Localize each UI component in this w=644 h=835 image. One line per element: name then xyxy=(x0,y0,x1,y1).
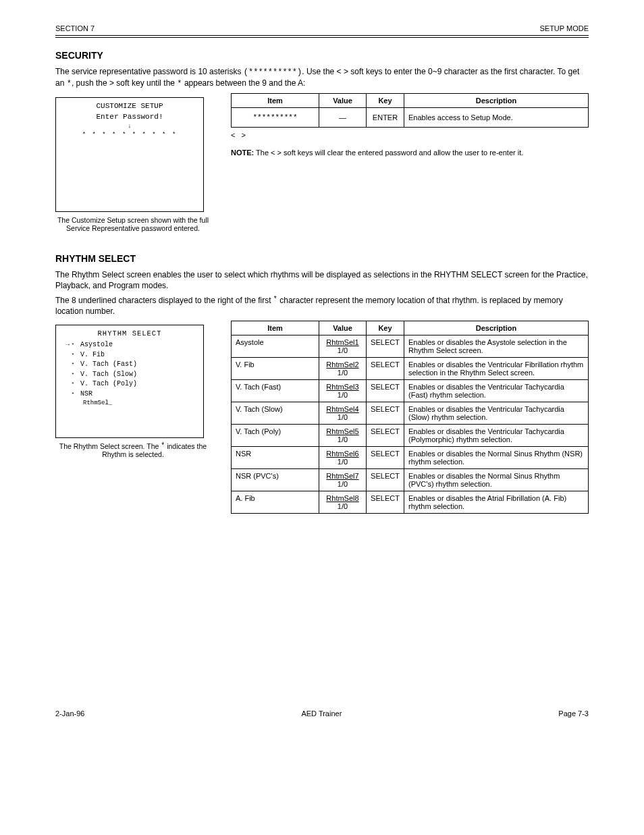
th-item: Item xyxy=(232,321,319,335)
menu-bullet-icon: * xyxy=(70,390,76,398)
security-table: Item Value Key Description ********** — … xyxy=(231,93,589,128)
menu-item-label: V. Fib xyxy=(80,350,105,360)
cell-key: SELECT xyxy=(367,425,404,447)
menu-title: RHYTHM SELECT xyxy=(61,329,198,338)
rhythm-p2: The 8 underlined characters displayed to… xyxy=(55,295,589,317)
cell-item: V. Tach (Slow) xyxy=(232,402,319,425)
rhythm-table: Item Value Key Description AsystoleRhtmS… xyxy=(231,321,589,514)
table-row: V. Tach (Slow)RhtmSel41/0SELECTEnables o… xyxy=(232,402,589,425)
cell-desc: Enables or disables the Ventricular Fibr… xyxy=(404,358,589,380)
down-arrow-icon: ↓ xyxy=(56,123,203,130)
menu-item: *V. Tach (Fast) xyxy=(61,360,198,370)
footer-center: AED Trainer xyxy=(301,709,342,718)
cell-key: SELECT xyxy=(367,469,404,491)
security-title: SECURITY xyxy=(55,50,589,61)
asterisk-char-1: * xyxy=(67,79,72,88)
security-lcd: CUSTOMIZE SETUP Enter Password! ↓ * * * … xyxy=(55,97,204,212)
security-note: < > xyxy=(231,130,589,140)
rhythm-p1: The Rhythm Select screen enables the use… xyxy=(55,269,589,291)
security-lcd-caption: The Customize Setup screen shown with th… xyxy=(55,216,211,232)
cell-desc: Enables or disables the Atrial Fibrillat… xyxy=(404,491,589,514)
cell-key: SELECT xyxy=(367,491,404,514)
cell-key: ENTER xyxy=(367,108,404,128)
cell-value: RhtmSel11/0 xyxy=(319,335,367,358)
cell-desc: Enables or disables the Normal Sinus Rhy… xyxy=(404,447,589,469)
cell-item: V. Tach (Poly) xyxy=(232,425,319,447)
th-key: Key xyxy=(367,321,404,335)
cell-item: NSR (PVC's) xyxy=(232,469,319,491)
cell-item: NSR xyxy=(232,447,319,469)
menu-item-label: V. Tach (Poly) xyxy=(80,379,137,389)
table-header-row: Item Value Key Description xyxy=(232,94,589,108)
footer-right: Page 7-3 xyxy=(558,709,589,718)
menu-bullet-icon: * xyxy=(70,341,76,349)
menu-bullet-icon: * xyxy=(70,360,76,369)
menu-bullet-icon: * xyxy=(70,351,76,359)
table-row: NSRRhtmSel61/0SELECTEnables or disables … xyxy=(232,447,589,469)
cell-desc: Enables access to Setup Mode. xyxy=(404,108,589,128)
cell-item: V. Fib xyxy=(232,358,319,380)
table-row: V. Tach (Fast)RhtmSel31/0SELECTEnables o… xyxy=(232,380,589,402)
cell-key: SELECT xyxy=(367,380,404,402)
th-desc: Description xyxy=(404,94,589,108)
th-value: Value xyxy=(319,94,367,108)
cell-value: RhtmSel41/0 xyxy=(319,402,367,425)
cell-value: RhtmSel21/0 xyxy=(319,358,367,380)
cell-item: ********** xyxy=(232,108,319,128)
cell-item: A. Fib xyxy=(232,491,319,514)
rhythm-menu-caption: The Rhythm Select screen. The * indicate… xyxy=(55,442,211,458)
menu-arrow-icon: → xyxy=(61,341,70,350)
menu-item-label: V. Tach (Slow) xyxy=(80,370,137,380)
cell-item: Asystole xyxy=(232,335,319,358)
angle-keys-2: < > xyxy=(231,131,246,139)
cell-key: SELECT xyxy=(367,335,404,358)
menu-item: *V. Fib xyxy=(61,350,198,360)
cell-value: RhtmSel71/0 xyxy=(319,469,367,491)
cell-desc: Enables or disables the Ventricular Tach… xyxy=(404,402,589,425)
th-item: Item xyxy=(232,94,319,108)
menu-item-label: V. Tach (Fast) xyxy=(80,360,137,370)
cell-item: V. Tach (Fast) xyxy=(232,380,319,402)
cell-key: SELECT xyxy=(367,447,404,469)
security-note-text: NOTE: The < > soft keys will clear the e… xyxy=(231,148,589,158)
lcd-line2: Enter Password! xyxy=(56,113,203,122)
menu-item-label: Asystole xyxy=(80,340,113,350)
th-key: Key xyxy=(367,94,404,108)
angle-keys-1: < > xyxy=(337,67,348,76)
menu-item: *NSR xyxy=(61,389,198,400)
cell-desc: Enables or disables the Ventricular Tach… xyxy=(404,380,589,402)
th-desc: Description xyxy=(404,321,589,335)
menu-item: *V. Tach (Slow) xyxy=(61,370,198,380)
header-left: SECTION 7 xyxy=(55,24,95,32)
menu-item: →*Asystole xyxy=(61,340,198,350)
table-header-row: Item Value Key Description xyxy=(232,321,589,335)
menu-rthmsel: RthmSel_ xyxy=(83,399,112,408)
menu-item: *V. Tach (Poly) xyxy=(61,379,198,389)
asterisk-char-2: * xyxy=(177,79,182,88)
stars-literal: (**********) xyxy=(244,68,302,77)
cell-key: SELECT xyxy=(367,402,404,425)
security-paragraph: The service representative password is 1… xyxy=(55,66,589,89)
header-right: SETUP MODE xyxy=(539,24,589,32)
rhythm-title: RHYTHM SELECT xyxy=(55,253,589,264)
cell-desc: Enables or disables the Asystole selecti… xyxy=(404,335,589,358)
menu-bullet-icon: * xyxy=(70,380,76,388)
cell-value: RhtmSel61/0 xyxy=(319,447,367,469)
menu-item-label: NSR xyxy=(80,389,92,400)
table-row: V. FibRhtmSel21/0SELECTEnables or disabl… xyxy=(232,358,589,380)
table-row: V. Tach (Poly)RhtmSel51/0SELECTEnables o… xyxy=(232,425,589,447)
lcd-stars: * * * * * * * * * * xyxy=(56,132,203,139)
table-row: A. FibRhtmSel81/0SELECTEnables or disabl… xyxy=(232,491,589,514)
table-row: NSR (PVC's)RhtmSel71/0SELECTEnables or d… xyxy=(232,469,589,491)
cell-value: — xyxy=(319,108,367,128)
cell-value: RhtmSel31/0 xyxy=(319,380,367,402)
cell-value: RhtmSel81/0 xyxy=(319,491,367,514)
cell-key: SELECT xyxy=(367,358,404,380)
th-value: Value xyxy=(319,321,367,335)
cell-desc: Enables or disables the Ventricular Tach… xyxy=(404,425,589,447)
rhythm-menu: RHYTHM SELECT →*Asystole*V. Fib*V. Tach … xyxy=(55,325,204,438)
cell-desc: Enables or disables the Normal Sinus Rhy… xyxy=(404,469,589,491)
menu-bullet-icon: * xyxy=(70,371,76,379)
footer-left: 2-Jan-96 xyxy=(55,709,84,718)
table-row: ********** — ENTER Enables access to Set… xyxy=(232,108,589,128)
